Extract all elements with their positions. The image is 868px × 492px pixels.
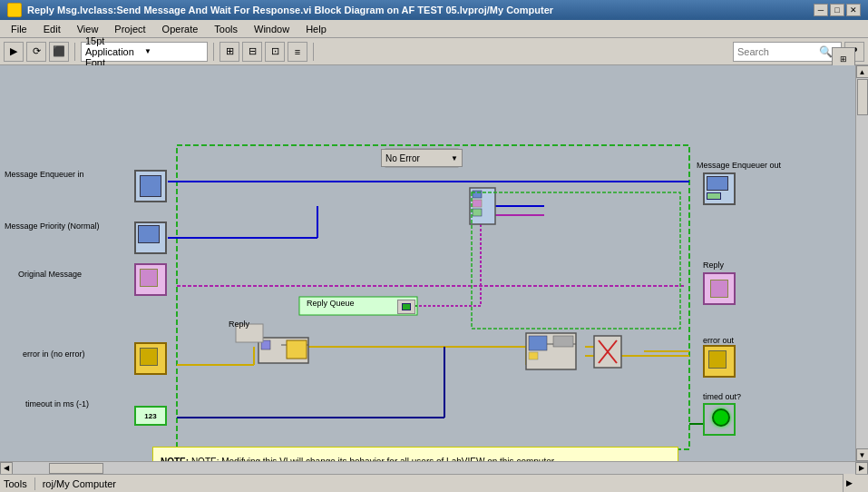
original-message-label: Original Message — [18, 270, 82, 279]
menu-window[interactable]: Window — [247, 22, 297, 36]
reply-label-1: Reply — [229, 320, 249, 329]
align-button[interactable]: ⊞ — [219, 42, 239, 62]
scroll-track-h[interactable] — [13, 462, 855, 475]
message-priority-block — [134, 221, 167, 254]
no-error-dropdown[interactable]: No Error ▼ — [381, 149, 463, 167]
app-icon — [7, 3, 22, 17]
status-corner: ▶ — [843, 474, 855, 492]
timeout-ms-label: timeout in ms (-1) — [25, 399, 89, 408]
svg-rect-35 — [529, 352, 538, 359]
search-box[interactable]: 🔍 — [733, 42, 842, 62]
scroll-thumb-h[interactable] — [49, 463, 103, 474]
scroll-down-button[interactable]: ▼ — [856, 448, 869, 461]
note-box: NOTE: NOTE: Modifying this VI will chang… — [152, 447, 678, 461]
block-diagram-canvas[interactable]: No Error ▼ Message Enqueuer in Message E… — [0, 65, 855, 461]
message-enqueuer-out-block — [703, 172, 736, 205]
reply-queue-connector — [397, 300, 415, 314]
menu-file[interactable]: File — [4, 22, 34, 36]
abort-button[interactable]: ⬛ — [49, 42, 69, 62]
run-arrow-button[interactable]: ▶ — [4, 42, 24, 62]
message-enqueuer-in-block — [134, 170, 167, 202]
scroll-track-v[interactable] — [856, 78, 869, 448]
maximize-button[interactable]: □ — [830, 4, 844, 16]
resize-button[interactable]: ⊡ — [265, 42, 285, 62]
canvas-svg — [0, 65, 855, 461]
timed-out-label: timed out? — [703, 392, 741, 401]
close-button[interactable]: ✕ — [846, 4, 861, 16]
svg-rect-26 — [473, 191, 482, 198]
svg-rect-37 — [553, 336, 573, 347]
status-separator — [34, 477, 35, 490]
menu-view[interactable]: View — [70, 22, 106, 36]
font-label: 15pt Application Font — [85, 35, 144, 68]
path-status: roj/My Computer — [43, 478, 116, 489]
svg-rect-25 — [470, 188, 495, 224]
message-enqueuer-in-label: Message Enqueuer in — [5, 170, 84, 179]
menu-tools[interactable]: Tools — [207, 22, 245, 36]
tools-status[interactable]: Tools — [4, 478, 27, 489]
menu-edit[interactable]: Edit — [36, 22, 68, 36]
svg-rect-29 — [258, 338, 308, 363]
scroll-right-button[interactable]: ▶ — [855, 462, 868, 475]
scroll-thumb-v[interactable] — [857, 79, 868, 115]
horizontal-scrollbar[interactable]: ◀ ▶ — [0, 461, 868, 474]
menu-project[interactable]: Project — [107, 22, 152, 36]
search-input[interactable] — [737, 46, 819, 57]
path-label: roj/My Computer — [43, 478, 116, 489]
statusbar: Tools roj/My Computer ▶ — [0, 474, 868, 492]
distribute-button[interactable]: ⊟ — [242, 42, 262, 62]
minimize-button[interactable]: ─ — [814, 4, 828, 16]
toolbar-separator-3 — [313, 43, 314, 61]
svg-rect-32 — [287, 340, 307, 359]
svg-rect-28 — [473, 209, 482, 216]
font-dropdown-arrow: ▼ — [144, 47, 203, 55]
reorder-button[interactable]: ≡ — [288, 42, 307, 62]
menu-help[interactable]: Help — [298, 22, 334, 36]
svg-rect-41 — [472, 192, 680, 329]
svg-rect-38 — [594, 336, 621, 368]
toolbar-separator-2 — [213, 43, 214, 61]
svg-line-40 — [599, 340, 617, 363]
error-in-label: error in (no error) — [23, 349, 85, 359]
error-in-block — [134, 342, 167, 375]
error-out-label: error out — [703, 336, 734, 345]
no-error-label: No Error — [385, 153, 451, 163]
font-dropdown[interactable]: 15pt Application Font ▼ — [81, 42, 208, 62]
canvas-inner: No Error ▼ Message Enqueuer in Message E… — [0, 65, 868, 461]
no-error-arrow: ▼ — [451, 154, 458, 162]
run-continuously-button[interactable]: ⟳ — [26, 42, 46, 62]
titlebar: Reply Msg.lvclass:Send Message And Wait … — [0, 0, 868, 20]
canvas-wrap: No Error ▼ Message Enqueuer in Message E… — [0, 65, 868, 474]
reply-queue-label: Reply Queue — [307, 299, 355, 308]
message-enqueuer-out-label: Message Enqueuer out — [697, 161, 781, 170]
toolbar-separator-1 — [74, 43, 75, 61]
reply-label-2: Reply — [703, 261, 724, 270]
timed-out-block-frame — [703, 403, 736, 436]
original-message-block — [134, 263, 167, 296]
window-title: Reply Msg.lvclass:Send Message And Wait … — [27, 5, 814, 15]
tools-label: Tools — [4, 478, 27, 489]
svg-rect-30 — [261, 340, 270, 349]
vertical-scrollbar[interactable]: ▲ ▼ — [855, 65, 868, 461]
timeout-ms-block: 123 — [134, 406, 167, 426]
menu-operate[interactable]: Operate — [155, 22, 206, 36]
note-line1: NOTE: NOTE: Modifying this VI will chang… — [161, 455, 670, 461]
svg-rect-0 — [177, 145, 689, 449]
error-out-block — [703, 345, 736, 378]
reply-block-out — [703, 272, 736, 305]
search-icon[interactable]: 🔍 — [819, 45, 833, 58]
message-priority-label: Message Priority (Normal) — [5, 221, 100, 231]
scroll-up-button[interactable]: ▲ — [856, 65, 869, 78]
svg-rect-27 — [473, 200, 482, 207]
svg-rect-34 — [529, 336, 547, 350]
svg-line-39 — [599, 340, 617, 363]
window-controls: ─ □ ✕ — [814, 4, 861, 16]
svg-rect-33 — [526, 333, 576, 369]
scroll-left-button[interactable]: ◀ — [0, 462, 13, 475]
main-content: No Error ▼ Message Enqueuer in Message E… — [0, 65, 868, 474]
toolbar: ▶ ⟳ ⬛ 15pt Application Font ▼ ⊞ ⊟ ⊡ ≡ 🔍 … — [0, 38, 868, 65]
